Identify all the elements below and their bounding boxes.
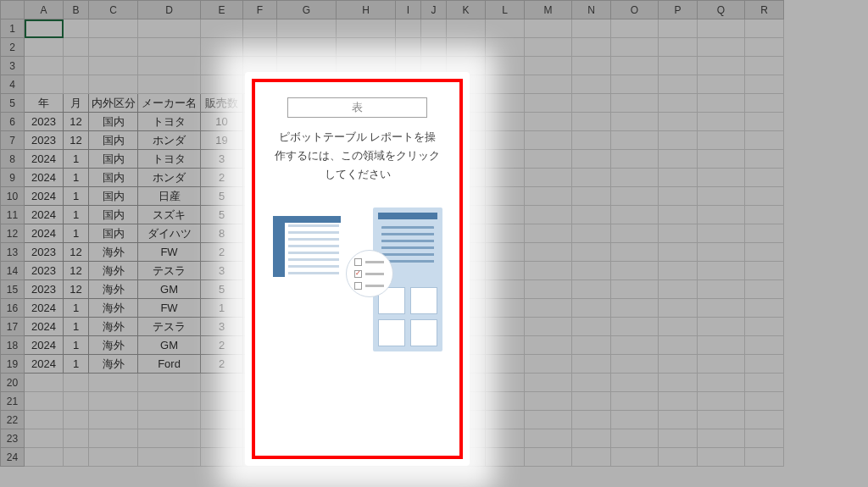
cell[interactable] — [525, 355, 572, 374]
cell[interactable] — [745, 206, 784, 224]
cell[interactable] — [486, 243, 525, 262]
cell[interactable] — [745, 19, 784, 38]
cell[interactable]: 国内 — [89, 206, 138, 224]
cell[interactable] — [396, 19, 421, 38]
cell[interactable] — [525, 336, 572, 355]
cell[interactable] — [611, 411, 659, 429]
cell[interactable] — [659, 150, 698, 169]
cell[interactable] — [486, 280, 525, 299]
cell[interactable] — [421, 38, 447, 57]
column-header[interactable]: O — [611, 1, 659, 19]
cell[interactable] — [659, 336, 698, 355]
cell[interactable] — [525, 448, 572, 467]
cell[interactable] — [572, 355, 611, 374]
cell[interactable] — [525, 262, 572, 280]
cell[interactable] — [611, 374, 659, 392]
row-header[interactable]: 8 — [1, 150, 25, 169]
cell[interactable] — [698, 318, 745, 336]
cell[interactable] — [447, 38, 486, 57]
cell[interactable] — [25, 392, 64, 411]
cell[interactable] — [659, 355, 698, 374]
cell[interactable] — [138, 19, 201, 38]
cell[interactable] — [745, 57, 784, 75]
cell[interactable] — [447, 19, 486, 38]
cell[interactable]: 2 — [201, 336, 243, 355]
row-header[interactable]: 13 — [1, 243, 25, 262]
cell[interactable] — [64, 75, 89, 94]
cell[interactable]: 2024 — [25, 206, 64, 224]
row-header[interactable]: 3 — [1, 57, 25, 75]
cell[interactable] — [611, 169, 659, 187]
row-header[interactable]: 14 — [1, 262, 25, 280]
cell[interactable] — [201, 448, 243, 467]
cell[interactable]: 国内 — [89, 131, 138, 150]
column-header[interactable]: H — [337, 1, 396, 19]
cell[interactable]: 19 — [201, 131, 243, 150]
cell[interactable] — [659, 38, 698, 57]
cell[interactable]: 12 — [64, 131, 89, 150]
cell[interactable]: 2024 — [25, 169, 64, 187]
cell[interactable] — [25, 448, 64, 467]
row-header[interactable]: 4 — [1, 75, 25, 94]
cell[interactable]: 12 — [64, 262, 89, 280]
cell[interactable] — [659, 429, 698, 448]
cell[interactable] — [698, 355, 745, 374]
cell[interactable]: 2024 — [25, 299, 64, 318]
cell[interactable]: 2 — [201, 355, 243, 374]
cell[interactable]: 1 — [64, 206, 89, 224]
cell[interactable] — [572, 299, 611, 318]
cell[interactable] — [486, 448, 525, 467]
cell[interactable] — [745, 280, 784, 299]
cell[interactable]: 5 — [201, 187, 243, 206]
cell[interactable] — [525, 150, 572, 169]
cell[interactable]: 月 — [64, 94, 89, 113]
cell[interactable] — [611, 336, 659, 355]
cell[interactable] — [698, 224, 745, 243]
cell[interactable] — [486, 75, 525, 94]
cell[interactable] — [486, 392, 525, 411]
cell[interactable] — [611, 38, 659, 57]
cell[interactable]: 1 — [64, 169, 89, 187]
cell[interactable] — [138, 392, 201, 411]
cell[interactable] — [659, 206, 698, 224]
cell[interactable] — [486, 299, 525, 318]
cell[interactable] — [337, 38, 396, 57]
cell[interactable]: 3 — [201, 318, 243, 336]
cell[interactable] — [486, 262, 525, 280]
cell[interactable] — [25, 19, 64, 38]
cell[interactable]: 12 — [64, 243, 89, 262]
row-header[interactable]: 11 — [1, 206, 25, 224]
column-header[interactable]: B — [64, 1, 89, 19]
cell[interactable] — [25, 57, 64, 75]
column-header[interactable]: D — [138, 1, 201, 19]
cell[interactable] — [611, 448, 659, 467]
cell[interactable] — [486, 355, 525, 374]
cell[interactable] — [525, 75, 572, 94]
column-header[interactable]: K — [447, 1, 486, 19]
cell[interactable] — [745, 169, 784, 187]
cell[interactable] — [486, 19, 525, 38]
cell[interactable] — [698, 262, 745, 280]
cell[interactable] — [201, 38, 243, 57]
cell[interactable] — [525, 280, 572, 299]
cell[interactable]: 8 — [201, 224, 243, 243]
cell[interactable] — [698, 113, 745, 131]
cell[interactable] — [525, 57, 572, 75]
cell[interactable] — [698, 38, 745, 57]
cell[interactable] — [611, 94, 659, 113]
cell[interactable]: 販売数 — [201, 94, 243, 113]
cell[interactable] — [525, 411, 572, 429]
cell[interactable] — [611, 243, 659, 262]
cell[interactable]: 海外 — [89, 243, 138, 262]
cell[interactable] — [698, 169, 745, 187]
cell[interactable] — [64, 57, 89, 75]
cell[interactable] — [138, 374, 201, 392]
row-header[interactable]: 19 — [1, 355, 25, 374]
cell[interactable] — [25, 411, 64, 429]
cell[interactable]: 3 — [201, 150, 243, 169]
cell[interactable] — [25, 374, 64, 392]
cell[interactable]: 1 — [64, 224, 89, 243]
cell[interactable] — [572, 392, 611, 411]
cell[interactable] — [611, 131, 659, 150]
cell[interactable] — [745, 355, 784, 374]
